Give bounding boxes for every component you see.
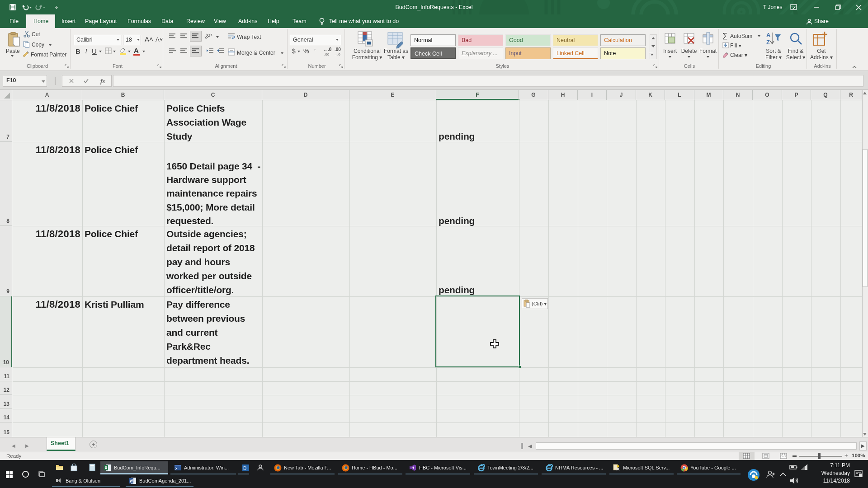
svg-text:Z: Z (766, 39, 770, 46)
svg-text:A: A (766, 32, 771, 38)
svg-text:fx: fx (100, 78, 105, 84)
svg-text:ab: ab (204, 32, 212, 40)
svg-text:.00: .00 (324, 52, 330, 56)
svg-text:←.0: ←.0 (323, 47, 332, 52)
svg-text:→.0: →.0 (334, 52, 340, 56)
svg-text:.00: .00 (335, 47, 341, 52)
svg-text:D: D (243, 466, 246, 471)
